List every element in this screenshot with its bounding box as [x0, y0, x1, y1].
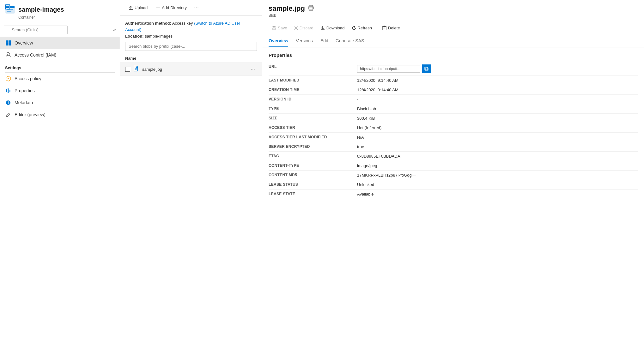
refresh-button[interactable]: Refresh — [349, 24, 375, 32]
prop-row: LAST MODIFIED12/4/2020, 9:14:40 AM — [269, 76, 638, 85]
sidebar-item-access-policy[interactable]: Access policy — [0, 73, 120, 85]
collapse-sidebar-button[interactable]: « — [112, 27, 117, 33]
svg-rect-10 — [6, 43, 8, 45]
svg-rect-7 — [6, 7, 9, 8]
prop-key: ETAG — [269, 154, 357, 158]
tab-overview[interactable]: Overview — [269, 35, 288, 47]
sidebar-item-access-policy-label: Access policy — [15, 76, 41, 81]
blob-more-button[interactable]: ··· — [249, 66, 257, 73]
svg-point-12 — [7, 52, 9, 55]
prop-key-url: URL — [269, 64, 357, 69]
right-panel: sample.jpg Blob Save — [262, 0, 644, 344]
auth-method-value: Access key — [172, 21, 193, 26]
tab-versions[interactable]: Versions — [296, 35, 313, 47]
overview-icon — [5, 40, 11, 46]
prop-row: LEASE STATEAvailable — [269, 190, 638, 199]
blob-subtitle: Blob — [269, 13, 638, 18]
blob-search-input[interactable] — [125, 42, 257, 51]
auth-method-label: Authentication method: — [125, 21, 171, 26]
sidebar-item-editor[interactable]: Editor (preview) — [0, 109, 120, 121]
metadata-icon — [5, 100, 11, 106]
sidebar-item-metadata-label: Metadata — [15, 100, 33, 105]
svg-rect-42 — [384, 26, 385, 27]
svg-point-32 — [312, 8, 313, 8]
blob-list-header: Name — [120, 54, 262, 63]
svg-rect-5 — [6, 5, 9, 9]
delete-label: Delete — [388, 26, 400, 30]
prop-value: 12/4/2020, 9:14:40 AM — [357, 78, 638, 83]
delete-button[interactable]: Delete — [379, 24, 403, 32]
discard-button[interactable]: Discard — [291, 24, 317, 32]
svg-rect-40 — [383, 27, 386, 30]
blob-checkbox[interactable] — [125, 67, 130, 72]
svg-rect-9 — [9, 40, 11, 43]
prop-key: VERSION ID — [269, 97, 357, 101]
upload-label: Upload — [135, 5, 148, 10]
svg-point-14 — [8, 78, 9, 79]
tab-edit[interactable]: Edit — [320, 35, 328, 47]
prop-key: ACCESS TIER — [269, 125, 357, 130]
container-subtitle: Container — [18, 15, 115, 20]
prop-row: CONTENT-MD517MKRPxVLBRs2p87RfoGqg== — [269, 171, 638, 180]
prop-value: 12/4/2020, 9:14:40 AM — [357, 88, 638, 92]
properties-section: Properties URL LAST MODIFIED12/4/2020, 9… — [262, 47, 644, 204]
prop-value: Available — [357, 192, 638, 196]
prop-value: Hot (Inferred) — [357, 125, 638, 130]
discard-icon — [294, 26, 298, 30]
url-input[interactable] — [357, 65, 420, 73]
more-options-button[interactable]: ··· — [191, 3, 201, 12]
blob-row: sample.jpg ··· — [120, 63, 262, 76]
prop-key: LAST MODIFIED — [269, 78, 357, 82]
prop-value: Block blob — [357, 106, 638, 111]
prop-key: SIZE — [269, 116, 357, 120]
svg-rect-15 — [6, 89, 7, 92]
sidebar-item-iam[interactable]: Access Control (IAM) — [0, 49, 120, 61]
sidebar-item-metadata[interactable]: Metadata — [0, 97, 120, 109]
upload-button[interactable]: Upload — [125, 3, 151, 12]
svg-rect-17 — [9, 90, 10, 92]
svg-rect-16 — [8, 88, 9, 93]
svg-rect-45 — [425, 68, 428, 70]
prop-value: 17MKRPxVLBRs2p87RfoGqg== — [357, 173, 638, 178]
location-label: Location: — [125, 34, 144, 39]
print-icon[interactable] — [308, 5, 314, 12]
prop-key: SERVER ENCRYPTED — [269, 144, 357, 149]
add-directory-icon — [156, 6, 160, 10]
access-policy-icon — [5, 75, 11, 82]
editor-icon — [5, 112, 11, 118]
prop-row: CREATION TIME12/4/2020, 9:14:40 AM — [269, 85, 638, 95]
save-button[interactable]: Save — [269, 24, 290, 32]
delete-icon — [382, 26, 386, 30]
sidebar-item-overview[interactable]: Overview — [0, 37, 120, 49]
tab-edit-label: Edit — [320, 38, 328, 43]
container-icon — [5, 4, 15, 15]
tab-generate-sas[interactable]: Generate SAS — [336, 35, 364, 47]
tab-versions-label: Versions — [296, 38, 313, 43]
svg-rect-35 — [273, 28, 275, 30]
refresh-label: Refresh — [358, 26, 372, 30]
prop-value: 0x8D8985EF0BBDADA — [357, 154, 638, 159]
url-copy-button[interactable] — [422, 64, 431, 73]
download-icon — [320, 26, 325, 30]
left-panel: sample-images Container 🔍 « Overview — [0, 0, 120, 344]
prop-key: LEASE STATUS — [269, 182, 357, 187]
iam-icon — [5, 52, 11, 58]
svg-rect-34 — [273, 26, 275, 27]
blob-item-name[interactable]: sample.jpg — [142, 67, 246, 72]
properties-icon — [5, 88, 11, 94]
blob-title: sample.jpg — [269, 4, 305, 13]
download-button[interactable]: Download — [317, 24, 348, 32]
download-label: Download — [326, 26, 345, 30]
prop-row: CONTENT-TYPEimage/jpeg — [269, 161, 638, 171]
sidebar-search-input[interactable] — [4, 26, 68, 34]
add-directory-button[interactable]: Add Directory — [152, 3, 190, 12]
prop-value: Unlocked — [357, 182, 638, 187]
tabs: Overview Versions Edit Generate SAS — [262, 35, 644, 47]
save-icon — [272, 26, 276, 30]
sidebar-item-iam-label: Access Control (IAM) — [15, 52, 56, 57]
settings-header: Settings — [0, 61, 120, 72]
middle-toolbar: Upload Add Directory ··· — [120, 0, 262, 16]
sidebar-item-properties[interactable]: Properties — [0, 85, 120, 97]
search-row: 🔍 « — [0, 23, 120, 37]
search-wrap: 🔍 — [4, 26, 109, 34]
